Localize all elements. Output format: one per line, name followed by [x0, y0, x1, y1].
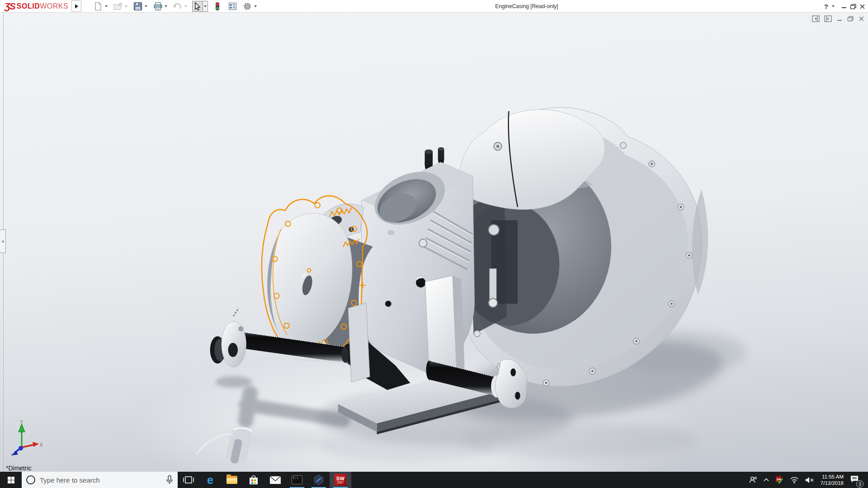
taskbar-search[interactable] — [22, 472, 178, 488]
new-document-dropdown[interactable] — [104, 1, 108, 12]
people-icon[interactable] — [748, 476, 757, 484]
printer-icon — [153, 2, 163, 11]
page-icon — [94, 2, 103, 11]
taskbar-app-edge[interactable]: e — [199, 472, 221, 488]
traffic-light-icon — [215, 2, 220, 11]
minimize-button[interactable] — [841, 4, 847, 9]
floppy-icon — [133, 2, 142, 11]
taskbar-app-command-prompt[interactable]: C:\ — [286, 472, 308, 488]
undo-dropdown[interactable] — [183, 1, 188, 12]
windows-taskbar: e C:\ — [0, 472, 868, 488]
solidworks-window: ƷS SOLID WORKS — [0, 0, 868, 488]
undo-arrow-icon — [173, 2, 183, 10]
solidworks-icon: SW 2017 — [335, 474, 346, 486]
document-window-controls — [812, 15, 864, 22]
engine-casing-model[interactable] — [0, 13, 868, 472]
titlebar: ƷS SOLID WORKS — [0, 0, 868, 13]
select-tool-dropdown[interactable] — [203, 1, 208, 12]
x-axis-arrow — [33, 442, 39, 447]
help-button[interactable]: ? — [823, 3, 829, 10]
taskbar-clock[interactable]: 11:55 AM 7/13/2018 — [821, 474, 844, 486]
save-dropdown[interactable] — [143, 1, 148, 12]
edrawings-icon — [313, 474, 324, 485]
logo-text-solid: SOLID — [17, 2, 40, 10]
undo-button[interactable] — [172, 1, 183, 12]
start-button[interactable] — [0, 472, 22, 488]
windows-logo-icon — [8, 477, 14, 483]
clock-date: 7/13/2018 — [821, 480, 844, 486]
form-list-icon — [228, 2, 237, 10]
volume-muted-icon[interactable] — [805, 477, 814, 483]
taskbar-app-solidworks[interactable]: SW 2017 — [330, 472, 351, 488]
solidworks-logo: ƷS SOLID WORKS — [5, 1, 68, 11]
edge-icon: e — [207, 474, 213, 486]
store-icon — [248, 474, 259, 485]
task-view-icon — [183, 475, 194, 484]
y-axis-label: Y — [20, 419, 24, 425]
solidworks-monitor-icon[interactable]: sw — [775, 476, 783, 484]
y-axis-arrow — [19, 424, 25, 432]
graphics-viewport[interactable]: Y X *Dimetric — [0, 13, 868, 472]
reflection-fragment — [225, 426, 253, 466]
new-document-button[interactable] — [93, 1, 104, 12]
doc-restore-button[interactable] — [847, 16, 854, 22]
wifi-icon[interactable] — [790, 477, 799, 483]
select-tool-button[interactable] — [192, 1, 203, 12]
cortana-icon — [26, 475, 35, 484]
view-orientation-label: *Dimetric — [6, 465, 32, 472]
svg-text:sw: sw — [777, 478, 781, 481]
mail-icon — [269, 476, 281, 484]
pane-left-icon[interactable] — [812, 15, 820, 22]
notification-badge: 3 — [856, 480, 863, 488]
clock-time: 11:55 AM — [821, 474, 844, 480]
pane-right-icon[interactable] — [824, 15, 832, 22]
chevron-up-icon[interactable] — [764, 478, 769, 482]
solidworks-icon-text: SW — [336, 476, 345, 481]
taskbar-app-store[interactable] — [243, 472, 264, 488]
open-button[interactable] — [113, 1, 123, 12]
search-input[interactable] — [40, 476, 161, 484]
quick-access-toolbar — [93, 0, 262, 13]
system-tray: sw 11:55 AM 7/13/2018 — [748, 472, 868, 488]
reference-triad: Y X — [6, 419, 42, 455]
flyout-arrow-icon — [75, 4, 78, 9]
rebuild-button[interactable] — [212, 1, 223, 12]
window-controls: ? — [823, 0, 865, 13]
command-prompt-icon: C:\ — [292, 475, 302, 484]
document-title: EngineCasing [Read-only] — [244, 0, 809, 13]
folder-open-icon — [113, 2, 123, 11]
close-button[interactable] — [859, 4, 865, 9]
microphone-icon[interactable] — [166, 475, 173, 485]
x-axis-label: X — [40, 442, 42, 447]
taskbar-app-mail[interactable] — [264, 472, 286, 488]
file-properties-button[interactable] — [227, 1, 238, 12]
file-explorer-icon — [226, 476, 237, 484]
taskbar-app-file-explorer[interactable] — [221, 472, 243, 488]
restore-button[interactable] — [850, 4, 857, 9]
panel-tab-dot — [2, 240, 4, 243]
solidworks-logo-mark: ƷS — [5, 1, 15, 12]
taskbar-app-task-view[interactable] — [178, 472, 199, 488]
open-dropdown[interactable] — [123, 1, 128, 12]
action-center-button[interactable]: 3 — [850, 475, 863, 485]
print-dropdown[interactable] — [163, 1, 168, 12]
help-dropdown[interactable] — [832, 5, 835, 7]
solidworks-icon-year: 2017 — [337, 481, 344, 484]
logo-text-works: WORKS — [40, 2, 68, 10]
menu-flyout-button[interactable] — [71, 0, 81, 12]
print-button[interactable] — [152, 1, 163, 12]
cursor-icon — [194, 2, 201, 10]
taskbar-app-edrawings[interactable] — [308, 472, 330, 488]
doc-minimize-button[interactable] — [836, 16, 843, 22]
doc-close-button[interactable] — [859, 16, 864, 22]
feature-manager-collapse-tab[interactable] — [0, 230, 6, 253]
save-button[interactable] — [132, 1, 143, 12]
